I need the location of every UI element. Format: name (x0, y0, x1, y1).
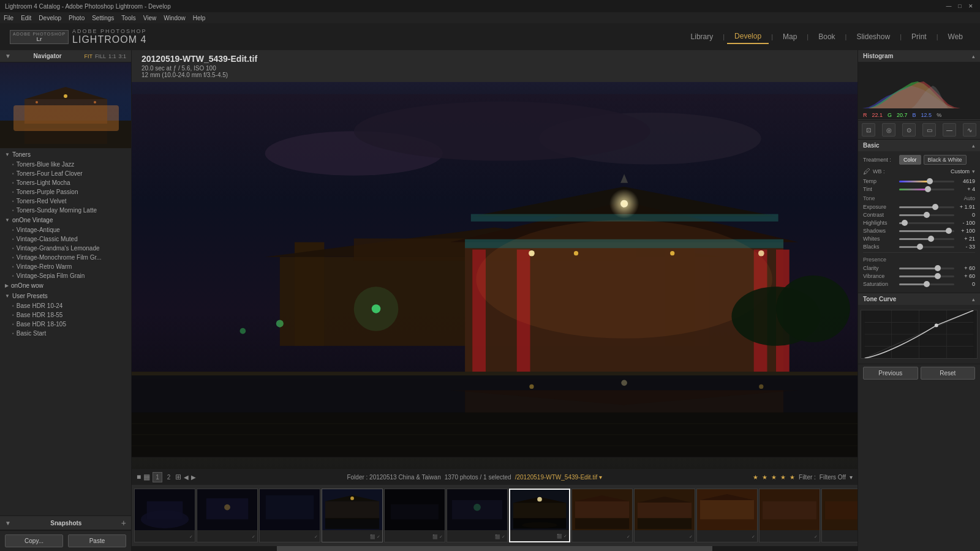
menu-develop[interactable]: Develop (39, 15, 61, 21)
wb-dropdown-icon[interactable]: ▾ (972, 168, 975, 174)
blacks-slider-thumb[interactable] (917, 244, 923, 250)
filmstrip-thumb-4[interactable]: ⬛ ✓ (322, 489, 383, 542)
whites-slider-thumb[interactable] (928, 236, 934, 242)
adjustment-brush[interactable]: ∿ (963, 123, 976, 137)
zoom-fill[interactable]: FILL (95, 53, 106, 59)
exposure-slider[interactable] (899, 206, 954, 208)
preset-group-toners-header[interactable]: ▼ Toners (0, 149, 131, 160)
bw-treatment-button[interactable]: Black & White (924, 155, 967, 165)
preset-vintage-antique[interactable]: ▪ Vintage-Antique (0, 225, 131, 234)
filmstrip-thumb-7-selected[interactable]: ⬛ ✓ (509, 489, 570, 542)
preset-vintage-grandma[interactable]: ▪ Vintage-Grandma's Lemonade (0, 244, 131, 253)
filmstrip-thumb-2[interactable]: ✓ (197, 489, 258, 542)
shadows-slider-thumb[interactable] (946, 228, 952, 234)
preset-light-mocha[interactable]: ▪ Toners-Light Mocha (0, 178, 131, 187)
tint-slider[interactable] (899, 189, 954, 190)
copy-button[interactable]: Copy... (5, 534, 63, 547)
minimize-button[interactable]: — (944, 2, 953, 10)
clarity-slider-thumb[interactable] (935, 265, 941, 271)
paste-button[interactable]: Paste (68, 534, 126, 547)
maximize-button[interactable]: □ (956, 2, 964, 10)
tab-print[interactable]: Print (904, 30, 934, 43)
zoom-1-1[interactable]: 1:1 (108, 53, 116, 59)
tab-map[interactable]: Map (775, 30, 804, 43)
preset-group-wow-header[interactable]: ▶ onOne wow (0, 280, 131, 291)
highlights-slider-thumb[interactable] (902, 220, 908, 226)
menu-tools[interactable]: Tools (121, 15, 135, 21)
preset-base-hdr-18105[interactable]: ▪ Base HDR 18-105 (0, 320, 131, 329)
auto-tone-button[interactable]: Auto (963, 195, 975, 201)
preset-purple-passion[interactable]: ▪ Toners-Purple Passion (0, 187, 131, 197)
preset-group-user-header[interactable]: ▼ User Presets (0, 291, 131, 301)
filmstrip-thumb-8[interactable]: ✓ (571, 489, 633, 542)
filmstrip-page2[interactable]: 2 (165, 473, 173, 482)
redeye-tool[interactable]: ⊙ (902, 123, 916, 137)
preset-four-leaf[interactable]: ▪ Toners-Four Leaf Clover (0, 169, 131, 178)
blacks-slider[interactable] (899, 246, 954, 248)
star-4[interactable]: ★ (780, 474, 786, 481)
menu-view[interactable]: View (143, 15, 157, 21)
gradient-tool[interactable]: ▭ (922, 123, 936, 137)
shadows-slider[interactable] (899, 230, 954, 232)
saturation-slider[interactable] (899, 283, 954, 285)
exposure-slider-thumb[interactable] (932, 204, 938, 210)
contrast-slider-thumb[interactable] (924, 212, 930, 218)
filmstrip-thumb-3[interactable]: ✓ (259, 489, 320, 542)
vibrance-slider-thumb[interactable] (935, 273, 941, 279)
close-button[interactable]: ✕ (967, 2, 975, 10)
filmstrip-thumb-12[interactable]: ✓ (821, 489, 858, 542)
filter-dropdown-icon[interactable]: ▾ (850, 474, 853, 481)
previous-button[interactable]: Previous (863, 367, 918, 380)
menu-settings[interactable]: Settings (92, 15, 114, 21)
star-5[interactable]: ★ (790, 474, 795, 481)
tab-develop[interactable]: Develop (727, 29, 769, 44)
star-3[interactable]: ★ (771, 474, 777, 481)
filmstrip-thumb-1[interactable]: ✓ (134, 489, 195, 542)
clarity-slider[interactable] (899, 268, 954, 269)
tone-curve-header[interactable]: Tone Curve ▴ (858, 293, 980, 305)
preset-vintage-sepia[interactable]: ▪ Vintage-Sepia Film Grain (0, 271, 131, 280)
star-1[interactable]: ★ (753, 474, 758, 481)
color-treatment-button[interactable]: Color (899, 155, 921, 165)
saturation-slider-thumb[interactable] (924, 281, 930, 287)
zoom-fit[interactable]: FIT (84, 53, 92, 59)
filmstrip-view-single[interactable]: ■ (137, 473, 141, 481)
tab-book[interactable]: Book (811, 30, 842, 43)
spot-heal-tool[interactable]: ◎ (882, 123, 895, 137)
preset-base-hdr-1855[interactable]: ▪ Base HDR 18-55 (0, 310, 131, 320)
filmstrip-grid-icon[interactable]: ⊞ (175, 473, 181, 481)
filmstrip-forward-icon[interactable]: ▶ (191, 474, 196, 481)
snapshots-add-button[interactable]: + (121, 519, 126, 527)
tab-slideshow[interactable]: Slideshow (849, 30, 897, 43)
preset-blue-jazz[interactable]: ▪ Toners-Blue like Jazz (0, 160, 131, 169)
preset-group-vintage-header[interactable]: ▼ onOne Vintage (0, 215, 131, 225)
filmstrip-view-compare[interactable]: ▦ (143, 473, 150, 481)
wb-eyedropper-icon[interactable]: 🖊 (863, 167, 870, 176)
highlights-slider[interactable] (899, 222, 954, 224)
crop-tool[interactable]: ⊡ (862, 123, 875, 137)
preset-basic-start[interactable]: ▪ Basic Start (0, 329, 131, 338)
filmstrip-scroll-thumb[interactable] (277, 546, 712, 551)
vibrance-slider[interactable] (899, 276, 954, 277)
zoom-3-1[interactable]: 3:1 (118, 53, 126, 59)
filters-off[interactable]: Filters Off (820, 474, 846, 481)
menu-file[interactable]: File (4, 15, 13, 21)
reset-button[interactable]: Reset (921, 367, 976, 380)
filmstrip-page1[interactable]: 1 (153, 472, 162, 482)
contrast-slider[interactable] (899, 214, 954, 216)
preset-sunday-morning[interactable]: ▪ Toners-Sunday Morning Latte (0, 206, 131, 215)
histogram-header[interactable]: Histogram ▴ (858, 50, 980, 62)
menu-edit[interactable]: Edit (21, 15, 31, 21)
menu-help[interactable]: Help (193, 15, 206, 21)
preset-vintage-classic[interactable]: ▪ Vintage-Classic Muted (0, 234, 131, 244)
preset-red-velvet[interactable]: ▪ Toners-Red Velvet (0, 197, 131, 206)
filmstrip-back-icon[interactable]: ◀ (184, 474, 189, 481)
temp-slider-thumb[interactable] (927, 178, 933, 184)
tab-library[interactable]: Library (684, 30, 721, 43)
filmstrip-thumb-9[interactable]: ✓ (634, 489, 695, 542)
filmstrip-thumb-11[interactable]: ✓ (759, 489, 820, 542)
star-2[interactable]: ★ (762, 474, 767, 481)
basic-panel-header[interactable]: Basic ▴ (858, 140, 980, 151)
filmstrip-thumb-5[interactable]: ⬛ ✓ (384, 489, 445, 542)
temp-slider[interactable] (899, 181, 954, 182)
